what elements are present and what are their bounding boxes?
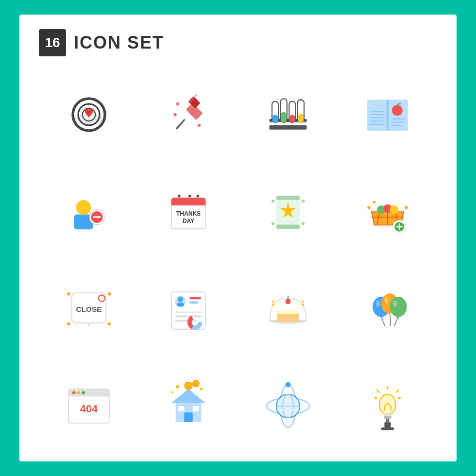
svg-rect-21 (386, 100, 388, 131)
icon-cake-dome (243, 265, 333, 353)
svg-point-86 (285, 299, 290, 304)
svg-rect-11 (269, 125, 306, 130)
main-card: 16 ICON SET (19, 15, 457, 461)
svg-point-131 (398, 397, 401, 400)
svg-rect-20 (298, 114, 303, 123)
icon-recipe-book (342, 71, 432, 158)
svg-rect-126 (384, 413, 391, 416)
svg-line-9 (176, 120, 184, 129)
svg-point-51 (301, 222, 305, 225)
svg-point-101 (72, 391, 75, 394)
set-number: 16 (39, 29, 66, 56)
header: 16 ICON SET (39, 29, 437, 56)
icon-heart-tire (44, 71, 134, 158)
svg-point-70 (67, 323, 70, 326)
svg-rect-77 (189, 302, 198, 304)
svg-point-4 (176, 102, 179, 106)
svg-point-96 (384, 297, 389, 304)
svg-point-5 (173, 113, 177, 117)
svg-rect-123 (384, 422, 391, 427)
icon-close-sign: CLOSE (44, 265, 134, 353)
svg-rect-76 (189, 297, 201, 299)
svg-point-74 (178, 297, 183, 302)
svg-text:DAY: DAY (182, 218, 194, 224)
icon-profile-report (143, 265, 233, 353)
icon-savings-house: $ $ (143, 362, 233, 450)
svg-point-65 (373, 201, 375, 204)
svg-point-50 (271, 222, 274, 225)
svg-line-129 (396, 390, 398, 392)
svg-point-68 (67, 292, 70, 296)
icon-electric-plug (342, 362, 432, 450)
svg-point-97 (393, 300, 397, 306)
svg-text:CLOSE: CLOSE (76, 305, 102, 313)
icon-balloons (342, 265, 432, 353)
svg-point-114 (176, 385, 179, 389)
svg-point-94 (390, 297, 407, 317)
svg-point-103 (82, 391, 85, 394)
svg-point-69 (107, 292, 111, 296)
svg-text:$: $ (187, 384, 189, 389)
svg-rect-109 (192, 406, 199, 411)
svg-line-130 (377, 390, 379, 392)
svg-text:THANKS: THANKS (176, 210, 200, 217)
svg-point-49 (301, 200, 305, 203)
svg-point-32 (76, 200, 91, 215)
icons-grid: THANKS DAY (39, 71, 437, 450)
icon-remove-user (44, 168, 134, 255)
svg-rect-127 (384, 416, 391, 419)
svg-point-132 (374, 397, 377, 400)
svg-point-116 (171, 391, 173, 393)
svg-line-89 (302, 300, 304, 302)
svg-point-90 (272, 304, 274, 306)
svg-text:404: 404 (80, 403, 98, 415)
svg-point-71 (107, 323, 111, 326)
svg-rect-79 (175, 315, 202, 317)
svg-point-115 (200, 388, 203, 391)
svg-text:$: $ (195, 382, 197, 386)
svg-rect-46 (276, 224, 299, 229)
icon-thanks-day: THANKS DAY (143, 168, 233, 255)
icon-star-certificate (243, 168, 333, 255)
svg-point-75 (176, 303, 184, 307)
svg-point-91 (302, 304, 304, 306)
svg-point-58 (390, 205, 398, 214)
set-title: ICON SET (74, 33, 164, 53)
svg-point-63 (367, 206, 371, 209)
icon-404: 404 (44, 362, 134, 450)
svg-point-122 (285, 382, 290, 388)
svg-point-95 (375, 300, 380, 306)
svg-point-64 (405, 206, 408, 209)
svg-rect-124 (381, 427, 393, 430)
svg-rect-18 (289, 115, 295, 123)
svg-rect-80 (175, 320, 196, 322)
svg-marker-105 (171, 389, 205, 403)
svg-line-88 (272, 300, 274, 302)
icon-add-basket (342, 168, 432, 255)
icon-globe-orbit (243, 362, 333, 450)
icon-pushpin (143, 71, 233, 158)
svg-rect-14 (272, 115, 278, 123)
svg-rect-84 (277, 313, 299, 322)
svg-point-102 (77, 391, 80, 394)
svg-rect-16 (281, 112, 286, 123)
svg-rect-41 (171, 201, 205, 205)
svg-point-22 (391, 105, 402, 116)
svg-point-48 (271, 200, 274, 203)
svg-rect-108 (178, 406, 184, 411)
svg-rect-107 (184, 412, 193, 422)
svg-point-6 (197, 124, 201, 127)
icon-test-tubes (243, 71, 333, 158)
svg-rect-45 (276, 196, 299, 200)
